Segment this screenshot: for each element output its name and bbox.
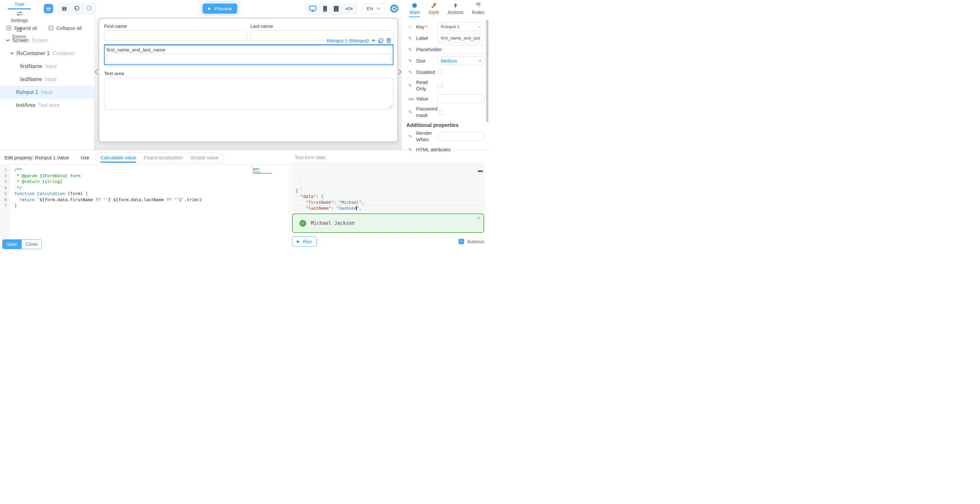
properties-panel: ✎Key*RsInput 1✓✎Labelfirst_name_and_last… <box>402 17 490 150</box>
preview-button[interactable]: ▶ Preview <box>202 3 237 14</box>
desktop-icon[interactable] <box>309 5 316 12</box>
resize-handle-icon[interactable] <box>389 105 393 108</box>
prop-checkbox-read-only[interactable] <box>438 83 443 88</box>
selected-component[interactable]: RsInput 1 (RsInput) + first_name_and_las… <box>104 45 393 65</box>
chevron-down-icon <box>377 8 380 10</box>
tree-node-type: Input <box>45 64 57 69</box>
tree-node-rsinput-1[interactable]: RsInput 1Input <box>0 86 94 99</box>
props-tab-style[interactable]: Style <box>425 1 442 17</box>
prop-input-placeholder[interactable] <box>443 45 490 54</box>
prop-label-placeholder: Placeholder <box>416 46 443 53</box>
autorun-checkbox[interactable]: ✓ <box>458 239 464 244</box>
preview-label: Preview <box>214 6 231 11</box>
tree-node-textarea[interactable]: textAreaText area <box>0 99 94 112</box>
device-preview-group: </> <box>305 3 358 15</box>
code-editor[interactable]: 1234567 /** * @param {IFormData} form * … <box>0 164 290 239</box>
tree-node-name: RsInput 1 <box>16 89 38 95</box>
last-name-label: Last name <box>250 23 394 29</box>
duplicate-icon[interactable] <box>378 38 383 43</box>
chevron-down-icon[interactable] <box>10 52 16 55</box>
tree-node-name: RsContainer 1 <box>16 51 49 56</box>
toast-close-icon[interactable]: × <box>477 215 480 221</box>
collapse-left-panel-icon[interactable] <box>95 69 98 75</box>
code-line-7: } <box>14 203 202 209</box>
delete-icon[interactable] <box>386 38 391 43</box>
undo-icon[interactable] <box>73 5 80 12</box>
prop-select-size[interactable]: Medium× <box>438 56 485 65</box>
props-tab-main-label: Main <box>409 10 420 15</box>
props-tab-main[interactable]: Main <box>406 1 423 17</box>
tab-forms[interactable]: Forms <box>3 25 36 41</box>
prop-row-password-mask: ✎Password mask <box>402 104 490 119</box>
props-scrollbar-thumb[interactable] <box>486 20 488 122</box>
tree-node-type: Container <box>52 51 75 56</box>
test-panel: Test form data { "data": { "firstName": … <box>290 150 490 252</box>
tree-node-lastname[interactable]: lastNameInput <box>0 73 94 86</box>
props-tab-style-label: Style <box>428 10 439 15</box>
phone-icon[interactable] <box>323 6 327 12</box>
success-check-icon: ✓ <box>299 220 306 227</box>
settings-gear-button[interactable] <box>390 4 399 13</box>
add-component-icon[interactable]: + <box>372 37 375 43</box>
close-label: Close <box>25 242 38 247</box>
code-line-2: * @param {IFormData} form <box>14 173 202 179</box>
value-tab-simple-value[interactable]: Simple value <box>191 153 218 162</box>
value-tab-fluent-localization[interactable]: Fluent localization <box>144 153 183 162</box>
prop-input-label[interactable]: first_name_and_last <box>438 34 485 43</box>
textarea-input[interactable] <box>104 78 393 110</box>
prop-checkbox-disabled[interactable] <box>438 70 443 75</box>
json-line-1: { <box>296 188 484 194</box>
list-icon <box>16 27 23 33</box>
prop-row-label: ✎Labelfirst_name_and_last <box>402 32 490 44</box>
test-data-json-editor[interactable]: { "data": { "firstName": "Michael", "las… <box>292 163 484 211</box>
language-select[interactable]: EN <box>362 3 384 14</box>
json-scrollbar-thumb[interactable] <box>478 170 483 172</box>
save-icon[interactable] <box>62 6 67 11</box>
properties-tab-bar: MainStyleActionsAB✓Rules <box>402 1 490 17</box>
check-icon: ✓ <box>478 24 482 29</box>
dot-icon <box>412 2 417 9</box>
tab-tree[interactable]: Tree <box>3 0 36 9</box>
run-button[interactable]: ▶ Run <box>292 237 317 246</box>
tablet-icon[interactable] <box>334 6 339 12</box>
code-view-icon[interactable]: </> <box>345 6 353 11</box>
toast-result-text: Michael Jackson <box>311 220 355 226</box>
tree-node-type: Text area <box>38 102 60 108</box>
prop-input-key[interactable]: RsInput 1✓ <box>438 22 485 31</box>
pencil-icon: ✎ <box>408 134 416 139</box>
minimap-line <box>253 171 253 171</box>
save-button[interactable]: Save <box>2 239 21 249</box>
tree-node-rscontainer-1[interactable]: RsContainer 1Container <box>0 47 94 60</box>
tree-node-name: firstName <box>20 64 42 69</box>
first-name-input[interactable] <box>104 30 247 41</box>
tab-forms-label: Forms <box>12 34 26 39</box>
tree-node-firstname[interactable]: firstNameInput <box>0 60 94 73</box>
prop-input-value[interactable] <box>438 94 485 103</box>
tab-settings[interactable]: Settings <box>3 9 36 25</box>
close-button[interactable]: Close <box>21 239 42 249</box>
pencil-icon: ✎ <box>408 58 416 64</box>
play-icon: ▶ <box>208 6 211 11</box>
props-tab-rules[interactable]: AB✓Rules <box>469 1 487 17</box>
tree-node-type: Input <box>45 76 57 82</box>
prop-label-disabled: Disabled <box>416 69 438 75</box>
value-tab-calculable-value[interactable]: Calculable value <box>100 153 136 162</box>
rsinput-input[interactable] <box>107 54 392 64</box>
prop-label-value: Value <box>416 95 438 102</box>
clear-icon[interactable]: × <box>479 58 482 64</box>
redo-icon[interactable] <box>86 5 92 12</box>
prop-checkbox-password-mask[interactable] <box>439 110 444 114</box>
collapse-all-button[interactable]: Collapse all <box>49 25 82 31</box>
props-tab-actions[interactable]: Actions <box>445 1 466 17</box>
collapse-right-panel-icon[interactable] <box>398 69 401 75</box>
menu-button[interactable] <box>44 4 53 13</box>
result-toast: ✓ Michael Jackson × <box>292 213 484 233</box>
minimap-line <box>253 169 259 169</box>
code-line-3: * @return {string} <box>14 179 202 185</box>
autorun-toggle[interactable]: ✓ Autorun <box>458 239 484 244</box>
prop-label-label: Label <box>416 35 438 41</box>
prop-label-read-only: Read Only <box>416 79 438 92</box>
prop-row-disabled: ✎Disabled <box>402 67 490 78</box>
prop-row-value: </>Value <box>402 93 490 104</box>
prop-input-render-when[interactable] <box>438 132 485 141</box>
